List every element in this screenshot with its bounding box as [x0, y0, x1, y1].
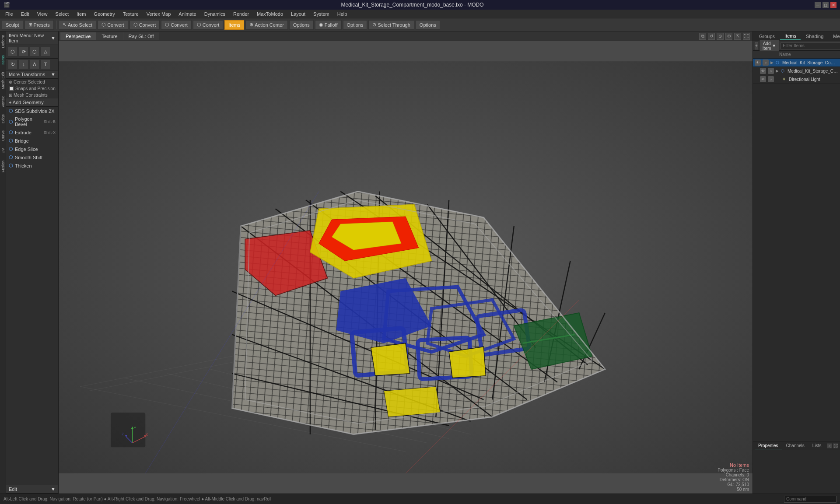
tool-icon-8[interactable]: T	[41, 60, 50, 69]
render-icon-root[interactable]: ○	[763, 60, 769, 66]
snaps-precision-item[interactable]: 🔲 Snaps and Precision	[6, 85, 58, 92]
prop-tab-channels[interactable]: Channels	[783, 442, 808, 449]
menu-animate[interactable]: Animate	[175, 10, 200, 18]
viewport-tab-perspective[interactable]: Perspective	[60, 32, 96, 40]
tool-smooth-shift[interactable]: ⬡ Smooth Shift	[6, 153, 58, 161]
vtab-vertex[interactable]: Vertex	[0, 93, 6, 111]
prop-tab-properties[interactable]: Properties	[755, 442, 782, 449]
add-geometry-label: + Add Geometry	[9, 100, 44, 105]
menu-dynamics[interactable]: Dynamics	[201, 10, 229, 18]
tab-groups[interactable]: Groups	[755, 33, 779, 40]
items-add-icon[interactable]: +	[755, 42, 758, 49]
vp-icon-4[interactable]: ⚙	[725, 33, 732, 40]
menu-help[interactable]: Help	[334, 10, 351, 18]
presets-button[interactable]: ⊞ Presets	[24, 20, 54, 30]
menu-file[interactable]: File	[2, 10, 17, 18]
tool-icon-3[interactable]: ⬡	[30, 47, 39, 56]
minimize-button[interactable]: ─	[815, 2, 821, 8]
command-input[interactable]	[784, 496, 836, 503]
render-icon-mesh[interactable]: ○	[768, 68, 774, 74]
close-button[interactable]: ✕	[830, 2, 836, 8]
svg-line-34	[126, 437, 133, 443]
sculpt-button[interactable]: Sculpt	[2, 20, 23, 30]
item-row-light[interactable]: 👁 ○ ☀ Directional Light	[753, 75, 840, 84]
vp-icon-1[interactable]: ⧉	[699, 33, 706, 40]
options-button-1[interactable]: Options	[289, 20, 314, 30]
tool-thicken[interactable]: ⬡ Thicken	[6, 161, 58, 170]
vtab-items[interactable]: Items	[0, 52, 6, 68]
falloff-button[interactable]: ◉ Falloff	[315, 20, 342, 30]
items-button[interactable]: Items	[224, 20, 244, 30]
render-icon-light[interactable]: ○	[768, 76, 774, 82]
convert-button-3[interactable]: ⬡ Convert	[161, 20, 192, 30]
item-row-mesh[interactable]: 👁 ○ ▶ ⬡ Medical_Kit_Storage_Compartment	[753, 67, 840, 75]
action-center-button[interactable]: ⊕ Action Center	[245, 20, 288, 30]
vp-icon-2[interactable]: ↺	[708, 33, 715, 40]
viewport-tab-raygl[interactable]: Ray GL: Off	[123, 32, 160, 40]
convert-button-4[interactable]: ⬡ Convert	[193, 20, 224, 30]
options-button-2[interactable]: Options	[343, 20, 368, 30]
item-row-root[interactable]: 👁 ○ ▶ ⬡ Medical_Kit_Storage_Compartment_…	[753, 59, 840, 67]
mesh-constraints-item[interactable]: ⊞ Mesh Constraints	[6, 92, 58, 98]
tool-polygon-bevel[interactable]: ⬡ Polygon Bevel Shift-B	[6, 115, 58, 128]
filter-items-input[interactable]	[780, 42, 840, 49]
tab-mesh[interactable]: Mesh	[829, 33, 840, 40]
vtab-fusion[interactable]: Fusion	[0, 157, 6, 176]
auto-select-button[interactable]: ↖ Auto Select	[59, 20, 96, 30]
vp-icon-3[interactable]: ⊙	[717, 33, 724, 40]
add-geometry-btn[interactable]: + Add Geometry	[6, 98, 58, 107]
expand-btn-2[interactable]: ⛶	[833, 443, 838, 448]
prop-tab-lists[interactable]: Lists	[809, 442, 825, 449]
prop-expand: ◁ ⛶	[827, 443, 838, 448]
menu-item[interactable]: Item	[73, 10, 89, 18]
expand-btn-1[interactable]: ◁	[827, 443, 832, 448]
svg-line-21	[492, 226, 514, 400]
menu-vertex-map[interactable]: Vertex Map	[143, 10, 175, 18]
add-item-button[interactable]: Add Item ▼	[760, 40, 779, 52]
vtab-edge[interactable]: Edge	[0, 111, 6, 127]
vp-icon-6[interactable]: ⛶	[743, 33, 750, 40]
tool-icon-6[interactable]: ↕	[19, 60, 28, 69]
tab-shading[interactable]: Shading	[802, 33, 828, 40]
tool-icon-5[interactable]: ↻	[8, 60, 18, 69]
vtab-deform[interactable]: Deform	[0, 32, 6, 52]
tool-icon-2[interactable]: ⟳	[19, 47, 28, 56]
tool-bridge[interactable]: ⬡ Bridge	[6, 136, 58, 145]
svg-text:X: X	[145, 432, 148, 437]
edit-dropdown[interactable]: Edit ▼	[6, 485, 58, 494]
menu-geometry[interactable]: Geometry	[90, 10, 118, 18]
menu-edit[interactable]: Edit	[18, 10, 33, 18]
menu-select[interactable]: Select	[52, 10, 72, 18]
convert-button-2[interactable]: ⬡ Convert	[130, 20, 160, 30]
menu-system[interactable]: System	[310, 10, 333, 18]
items-list[interactable]: 👁 ○ ▶ ⬡ Medical_Kit_Storage_Compartment_…	[753, 59, 840, 441]
menu-render[interactable]: Render	[230, 10, 252, 18]
maximize-button[interactable]: □	[822, 2, 829, 8]
vis-icon-root[interactable]: 👁	[755, 60, 761, 66]
vp-icon-5[interactable]: ⇱	[734, 33, 741, 40]
viewport-tab-texture[interactable]: Texture	[96, 32, 123, 40]
tool-sds-subdivide[interactable]: ⬡ SDS Subdivide 2X	[6, 107, 58, 115]
vtab-mesh-edit[interactable]: Mesh Edit	[0, 68, 6, 93]
center-selected-item[interactable]: ⊕ Center Selected	[6, 79, 58, 85]
tool-icon-7[interactable]: A	[30, 60, 39, 69]
menu-texture[interactable]: Texture	[119, 10, 142, 18]
vis-icon-light[interactable]: 👁	[760, 76, 766, 82]
tool-icon-1[interactable]: ⬡	[8, 47, 18, 56]
menu-maxtomodo[interactable]: MaxToModo	[253, 10, 287, 18]
tool-extrude[interactable]: ⬡ Extrude Shift-X	[6, 128, 58, 136]
vtab-curve[interactable]: Curve	[0, 127, 6, 144]
menu-layout[interactable]: Layout	[287, 10, 309, 18]
tab-items[interactable]: Items	[780, 32, 801, 40]
options-button-3[interactable]: Options	[416, 20, 440, 30]
select-through-button[interactable]: ⊙ Select Through	[368, 20, 414, 30]
menu-view[interactable]: View	[34, 10, 51, 18]
tool-edge-slice[interactable]: ⬡ Edge Slice	[6, 145, 58, 153]
convert-button-1[interactable]: ⬡ Convert	[98, 20, 128, 30]
tool-icon-4[interactable]: △	[41, 47, 50, 56]
viewport-3d[interactable]: Y X Z No Items Polygons : Face	[59, 41, 752, 494]
more-transforms-btn[interactable]: More Transforms ▼	[6, 70, 58, 79]
item-menu-dropdown[interactable]: Item Menu: New Item ▼	[6, 32, 58, 45]
vis-icon-mesh[interactable]: 👁	[760, 68, 766, 74]
vtab-uv[interactable]: UV	[0, 144, 6, 157]
